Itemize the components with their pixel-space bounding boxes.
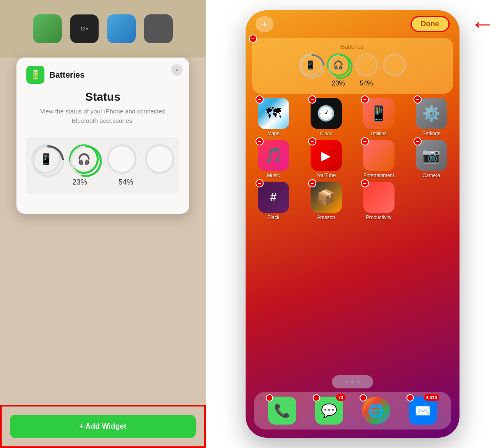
dock-messages-remove[interactable]: − xyxy=(313,394,320,402)
home-dot-2 xyxy=(351,380,354,383)
music-label: Music xyxy=(267,173,280,178)
iphone-topbar: + Done xyxy=(246,10,460,36)
utilities-icon: 📱 xyxy=(363,98,395,129)
clock-remove-dot[interactable]: − xyxy=(308,95,316,104)
phone-battery-airpods: 🎧 xyxy=(327,53,350,76)
bg-app-4 xyxy=(144,14,173,43)
bg-app-1 xyxy=(33,14,62,43)
phone-pct-label: 23% xyxy=(327,80,350,87)
slack-remove-dot[interactable]: − xyxy=(255,179,264,187)
home-dot-1 xyxy=(345,380,348,383)
app-item-maps[interactable]: − 🗺 Maps xyxy=(249,98,298,136)
mail-badge: 4,010 xyxy=(424,394,439,401)
youtube-icon: ▶ xyxy=(311,140,342,171)
done-button[interactable]: Done xyxy=(411,16,450,32)
mail-dock-icon: ✉️ xyxy=(409,397,437,425)
messages-dock-icon: 💬 xyxy=(315,397,343,425)
app-grid-row1: − 🗺 Maps − 🕐 Clock − 📱 Utilities xyxy=(246,98,460,136)
add-icon-button[interactable]: + xyxy=(255,16,274,32)
bg-app-2: 12 ▾ xyxy=(70,14,99,43)
home-indicator xyxy=(332,375,373,388)
empty-circle-1 xyxy=(107,144,137,174)
widget-remove-dot[interactable]: − xyxy=(249,35,257,43)
phone-empty-circle-2 xyxy=(383,53,406,76)
phone-battery-labels: 23% 54% xyxy=(259,80,446,87)
battery-icons-row: 📱 🎧 xyxy=(31,144,174,174)
battery-labels: 23% 54% xyxy=(65,178,141,187)
amazon-icon: 📦 xyxy=(311,182,342,213)
phone-widget-title: Batteries xyxy=(259,44,446,50)
app-item-camera[interactable]: − 📷 Camera xyxy=(407,140,456,178)
maps-label: Maps xyxy=(267,131,279,136)
phone-dock-icon: 📞 xyxy=(268,397,296,425)
productivity-remove-dot[interactable]: − xyxy=(361,179,369,187)
widget-card: × 🔋 Batteries Status View the status of … xyxy=(16,58,189,214)
widget-close-button[interactable]: × xyxy=(171,64,183,76)
youtube-remove-dot[interactable]: − xyxy=(308,137,316,145)
entertainment-icon xyxy=(363,140,395,171)
app-item-youtube[interactable]: − ▶ YouTube xyxy=(302,140,351,178)
dock-mail-remove[interactable]: − xyxy=(406,394,414,402)
slack-label: Slack xyxy=(267,215,279,220)
phone-empty-circle-1 xyxy=(355,53,378,76)
dock-phone-remove[interactable]: − xyxy=(266,394,273,402)
camera-remove-dot[interactable]: − xyxy=(413,137,422,145)
bg-app-3 xyxy=(107,14,136,43)
settings-icon: ⚙️ xyxy=(416,98,447,129)
entertainment-label: Entertainment xyxy=(363,173,394,178)
dock-mail[interactable]: − ✉️ 4,010 xyxy=(409,397,437,425)
dock-chrome-remove[interactable]: − xyxy=(360,394,367,402)
utilities-label: Utilities xyxy=(371,131,387,136)
add-widget-button[interactable]: + Add Widget xyxy=(10,415,196,438)
app-item-amazon[interactable]: − 📦 Amazon xyxy=(302,182,351,220)
entertainment-remove-dot[interactable]: − xyxy=(361,137,369,145)
dock-chrome[interactable]: − 🌐 xyxy=(362,397,390,425)
app-item-music[interactable]: − 🎵 Music xyxy=(249,140,298,178)
productivity-label: Productivity xyxy=(366,215,391,220)
app-item-productivity[interactable]: − Productivity xyxy=(354,182,404,220)
right-panel: ← + Done − Batteries 📱 xyxy=(206,0,499,448)
airpods-battery-circle: 🎧 xyxy=(69,144,99,174)
phone-battery-row: 📱 🎧 xyxy=(259,53,446,76)
utilities-remove-dot[interactable]: − xyxy=(361,95,369,104)
arrow-indicator: ← xyxy=(470,12,495,36)
app-item-settings[interactable]: − ⚙️ Settings xyxy=(407,98,456,136)
dock-phone[interactable]: − 📞 xyxy=(268,397,296,425)
app-grid-row2: − 🎵 Music − ▶ YouTube − xyxy=(246,140,460,178)
app-item-clock[interactable]: − 🕐 Clock xyxy=(302,98,351,136)
app-item-entertainment[interactable]: − Entertainment xyxy=(354,140,404,178)
app-item-slack[interactable]: − # Slack xyxy=(249,182,298,220)
maps-remove-dot[interactable]: − xyxy=(255,95,264,104)
widget-title-label: Batteries xyxy=(49,70,85,80)
clock-label: Clock xyxy=(320,131,332,136)
messages-badge: 73 xyxy=(336,394,345,401)
productivity-icon xyxy=(363,182,395,213)
background-apps: 12 ▾ xyxy=(0,0,206,58)
settings-remove-dot[interactable]: − xyxy=(413,95,422,104)
phone-battery-pct: 23% xyxy=(65,178,95,187)
iphone-screen: + Done − Batteries 📱 xyxy=(246,10,460,438)
chrome-dock-icon: 🌐 xyxy=(362,397,390,425)
app-item-utilities[interactable]: − 📱 Utilities xyxy=(354,98,404,136)
music-remove-dot[interactable]: − xyxy=(255,137,264,145)
camera-label: Camera xyxy=(422,173,440,178)
phone-battery-phone: 📱 xyxy=(299,53,322,76)
music-icon: 🎵 xyxy=(258,140,289,171)
left-panel: 12 ▾ × 🔋 Batteries Status View the statu… xyxy=(0,0,206,448)
phone-battery-circle: 📱 xyxy=(31,144,61,174)
camera-icon: 📷 xyxy=(416,140,447,171)
airpods-battery-pct: 54% xyxy=(111,178,141,187)
home-dot-3 xyxy=(357,380,360,383)
maps-icon: 🗺 xyxy=(258,98,289,129)
amazon-remove-dot[interactable]: − xyxy=(308,179,316,187)
phone-batteries-widget: − Batteries 📱 🎧 xyxy=(252,38,453,94)
app-grid-row3: − # Slack − 📦 Amazon − xyxy=(246,182,460,220)
dock-messages[interactable]: − 💬 73 xyxy=(315,397,343,425)
amazon-label: Amazon xyxy=(317,215,335,220)
settings-label: Settings xyxy=(422,131,440,136)
airpods-pct-label: 54% xyxy=(355,80,378,87)
section-title: Status xyxy=(26,90,179,104)
add-widget-wrapper: + Add Widget xyxy=(0,405,206,448)
widget-header: 🔋 Batteries xyxy=(26,66,179,84)
phone-dock: − 📞 − 💬 73 − 🌐 − ✉️ 4,010 xyxy=(254,392,451,430)
